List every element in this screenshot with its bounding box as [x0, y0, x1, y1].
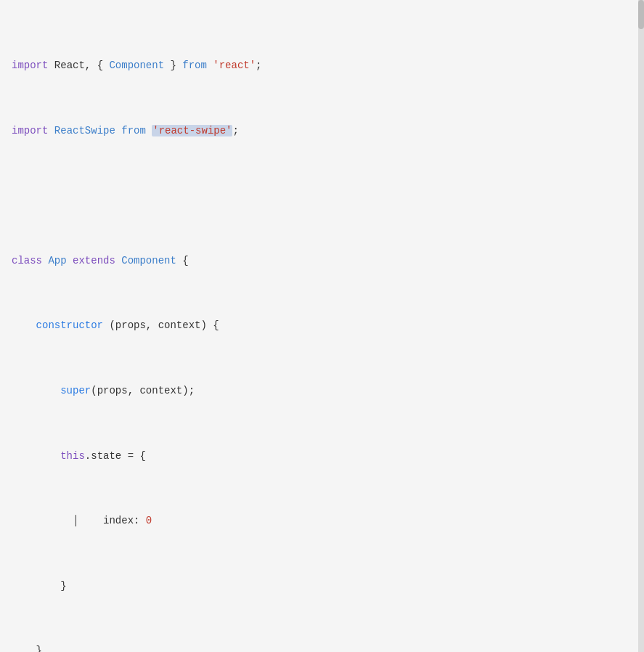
line-10: }	[12, 643, 632, 652]
code-content: import React, { Component } from 'react'…	[0, 6, 644, 652]
number-0: 0	[146, 515, 152, 526]
class-app: App	[48, 255, 66, 266]
line-4: class App extends Component {	[12, 253, 632, 269]
constructor-kw: constructor	[36, 319, 103, 331]
keyword-from: from	[182, 60, 207, 71]
scrollbar-thumb[interactable]	[638, 0, 644, 29]
keyword-extends: extends	[73, 255, 115, 266]
string-reactswipe: 'react-swipe'	[152, 125, 232, 136]
class-component: Component	[109, 60, 164, 71]
keyword-import2: import	[12, 125, 48, 136]
line-6: super(props, context);	[12, 383, 632, 399]
string-react: 'react'	[213, 60, 256, 71]
line-1: import React, { Component } from 'react'…	[12, 57, 632, 73]
keyword-import: import	[12, 60, 48, 71]
super-call: super	[60, 385, 91, 396]
keyword-this: this	[60, 450, 85, 462]
line-7: this.state = {	[12, 448, 632, 464]
line-5: constructor (props, context) {	[12, 317, 632, 333]
line-2: import ReactSwipe from 'react-swipe';	[12, 123, 632, 139]
line-9: }	[12, 578, 632, 594]
code-editor: import React, { Component } from 'react'…	[0, 0, 644, 652]
class-reactswipe: ReactSwipe	[54, 125, 115, 136]
class-component2: Component	[121, 255, 176, 266]
scrollbar[interactable]	[638, 0, 644, 652]
keyword-from2: from	[121, 125, 146, 136]
line-8: │ index: 0	[12, 513, 632, 529]
line-blank-1	[12, 187, 632, 203]
keyword-class: class	[12, 255, 42, 266]
